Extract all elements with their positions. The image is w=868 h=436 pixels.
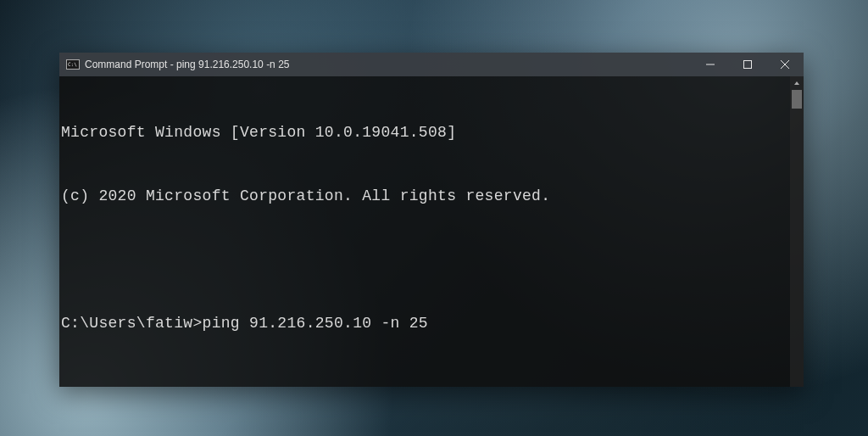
cmd-icon	[66, 59, 80, 70]
svg-rect-1	[744, 61, 752, 69]
titlebar[interactable]: Command Prompt - ping 91.216.250.10 -n 2…	[59, 53, 804, 76]
scroll-thumb[interactable]	[792, 90, 802, 109]
blank-line	[59, 249, 804, 271]
desktop-wallpaper: Command Prompt - ping 91.216.250.10 -n 2…	[0, 0, 868, 436]
terminal-output-area[interactable]: Microsoft Windows [Version 10.0.19041.50…	[59, 76, 804, 387]
window-controls	[692, 53, 804, 76]
scroll-up-icon	[793, 80, 800, 87]
svg-marker-4	[794, 81, 799, 85]
copyright-line: (c) 2020 Microsoft Corporation. All righ…	[59, 186, 804, 207]
version-line: Microsoft Windows [Version 10.0.19041.50…	[59, 122, 804, 143]
scroll-up-button[interactable]	[790, 76, 804, 90]
window-title: Command Prompt - ping 91.216.250.10 -n 2…	[85, 59, 289, 70]
close-button[interactable]	[766, 53, 804, 76]
prompt-path: C:\Users\fatiw>	[61, 315, 203, 332]
minimize-icon	[706, 60, 715, 69]
command-prompt-window: Command Prompt - ping 91.216.250.10 -n 2…	[59, 53, 804, 387]
vertical-scrollbar[interactable]	[790, 76, 804, 387]
prompt-line: C:\Users\fatiw>ping 91.216.250.10 -n 25	[59, 313, 804, 334]
blank-line	[59, 377, 804, 387]
close-icon	[781, 60, 789, 69]
maximize-icon	[743, 60, 752, 69]
minimize-button[interactable]	[692, 53, 729, 76]
maximize-button[interactable]	[729, 53, 766, 76]
prompt-command: ping 91.216.250.10 -n 25	[203, 315, 428, 332]
